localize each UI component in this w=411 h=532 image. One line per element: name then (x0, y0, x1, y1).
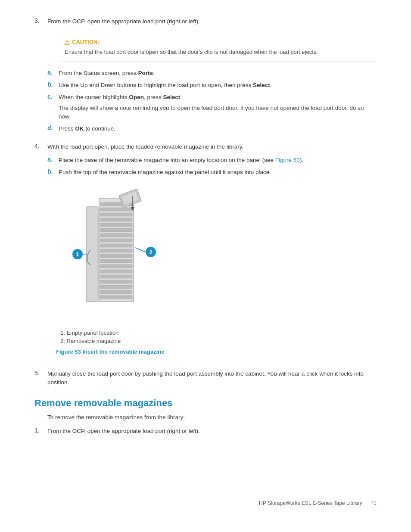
substep-a: a. From the Status screen, press Ports. (47, 69, 377, 78)
footer: HP StorageWorks ESL E-Series Tape Librar… (259, 500, 377, 506)
substep-4a-label: a. (47, 156, 55, 165)
svg-rect-10 (100, 249, 132, 252)
step-3-text: From the OCP, open the appropriate load … (47, 18, 200, 25)
svg-rect-15 (100, 275, 132, 278)
substep-c: c. When the curser highlights Open, pres… (47, 93, 377, 121)
step-4-substeps: a. Place the base of the removable magaz… (47, 156, 377, 177)
ok-bold: OK (75, 125, 84, 132)
step-3-number: 3. (34, 17, 43, 137)
open-bold: Open (129, 94, 144, 100)
ports-bold: Ports (138, 70, 153, 76)
figure-53-illustration: 1 2 (56, 185, 185, 323)
figure-53-caption: Figure 53 Insert the removable magazine (56, 348, 194, 355)
substep-c-note: The display will show a note reminding y… (59, 104, 377, 121)
svg-rect-9 (100, 244, 132, 247)
caution-box: △ CAUTION: Ensure that the load port doo… (60, 33, 377, 62)
substep-c-content: When the curser highlights Open, press S… (59, 93, 377, 121)
substep-4a-content: Place the base of the removable magazine… (59, 156, 377, 165)
substep-b-label: b. (47, 81, 55, 90)
svg-rect-2 (100, 208, 132, 211)
remove-step-1-text: From the OCP, open the appropriate load … (47, 428, 200, 434)
footer-product: HP StorageWorks ESL E-Series Tape Librar… (259, 500, 362, 506)
step-3: 3. From the OCP, open the appropriate lo… (34, 17, 377, 137)
figure-53-link[interactable]: Figure 53 (275, 157, 300, 163)
caution-title: △ CAUTION: (65, 38, 368, 45)
step-5: 5. Manually close the load port door by … (34, 370, 377, 387)
step-5-text: Manually close the load port door by pus… (47, 370, 364, 386)
svg-rect-14 (100, 270, 132, 273)
svg-text:1: 1 (76, 251, 79, 258)
caution-icon: △ (65, 38, 69, 45)
remove-step-1-number: 1. (34, 427, 43, 436)
substep-a-content: From the Status screen, press Ports. (59, 69, 377, 78)
substep-4b-label: b. (47, 168, 55, 177)
substep-d-label: d. (47, 124, 55, 133)
svg-rect-12 (100, 259, 132, 263)
svg-rect-19 (100, 296, 132, 299)
svg-rect-4 (100, 218, 132, 221)
substep-d: d. Press OK to continue. (47, 124, 377, 133)
substep-4b-content: Push the top of the removable magazine a… (59, 168, 377, 177)
figure-53-container: 1 2 1. Empty panel location 2. Removable… (56, 185, 194, 355)
svg-line-29 (135, 248, 146, 252)
legend-item-2: 2. Removable magazine (60, 338, 194, 344)
svg-text:2: 2 (149, 249, 152, 255)
step-4: 4. With the load port open, place the lo… (34, 143, 377, 364)
svg-rect-7 (100, 233, 132, 237)
svg-rect-8 (100, 239, 132, 242)
svg-rect-6 (100, 228, 132, 232)
svg-rect-18 (100, 290, 132, 294)
svg-rect-13 (100, 264, 132, 268)
section-intro: To remove the removable magazines from t… (47, 413, 377, 422)
substep-a-label: a. (47, 69, 55, 78)
caution-text: Ensure that the load port door is open s… (65, 48, 368, 56)
svg-rect-11 (100, 254, 132, 258)
step-4-text: With the load port open, place the loade… (47, 143, 243, 150)
step-3-substeps: a. From the Status screen, press Ports. … (47, 69, 377, 134)
svg-rect-5 (100, 223, 132, 227)
substep-c-label: c. (47, 93, 55, 121)
substep-b: b. Use the Up and Down buttons to highli… (47, 81, 377, 90)
svg-rect-16 (100, 280, 132, 283)
section-heading: Remove removable magazines (34, 398, 377, 409)
remove-step-1: 1. From the OCP, open the appropriate lo… (34, 427, 377, 436)
step-5-number: 5. (34, 370, 43, 387)
step-4-number: 4. (34, 143, 43, 364)
substep-4b: b. Push the top of the removable magazin… (47, 168, 377, 177)
substep-b-content: Use the Up and Down buttons to highlight… (59, 81, 377, 90)
svg-rect-3 (100, 213, 132, 216)
figure-legend: 1. Empty panel location 2. Removable mag… (60, 330, 194, 344)
select-bold-b: Select (253, 82, 270, 88)
svg-rect-17 (100, 285, 132, 289)
footer-page-number: 71 (371, 500, 377, 506)
substep-d-content: Press OK to continue. (59, 124, 377, 133)
legend-item-1: 1. Empty panel location (60, 330, 194, 336)
select-bold-c: Select (163, 94, 180, 100)
substep-4a: a. Place the base of the removable magaz… (47, 156, 377, 165)
